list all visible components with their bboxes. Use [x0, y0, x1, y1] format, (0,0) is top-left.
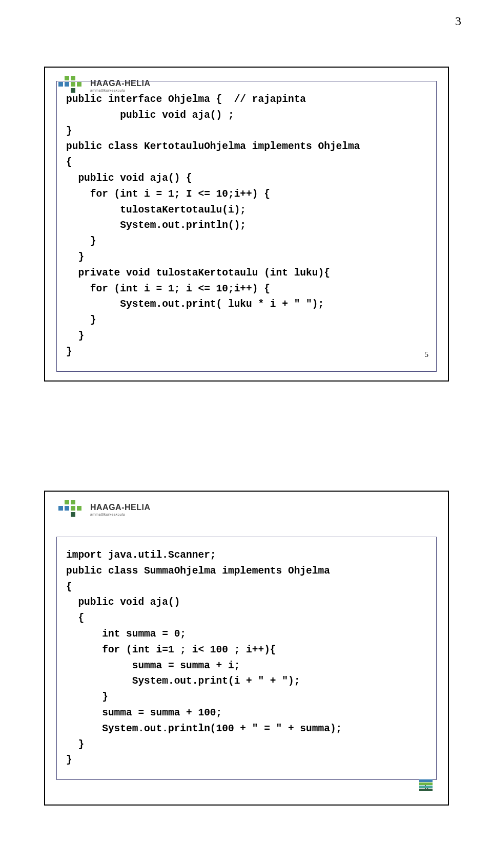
slide-2: HAAGA-HELIA ammattikorkeakoulu import ja… [44, 491, 449, 806]
corner-bars-icon [419, 779, 433, 791]
page-number: 3 [455, 14, 461, 28]
haaga-helia-logo: HAAGA-HELIA ammattikorkeakoulu [58, 499, 151, 520]
logo-graphic-icon [58, 499, 86, 520]
logo-subtitle: ammattikorkeakoulu [90, 513, 151, 516]
code-block-2: import java.util.Scanner; public class S… [56, 537, 437, 780]
logo-name: HAAGA-HELIA [90, 503, 151, 512]
slide-number-1: 5 [425, 350, 429, 359]
code-block-1: public interface Ohjelma { // rajapinta … [56, 81, 437, 372]
slide-1: HAAGA-HELIA ammattikorkeakoulu public in… [44, 67, 449, 382]
